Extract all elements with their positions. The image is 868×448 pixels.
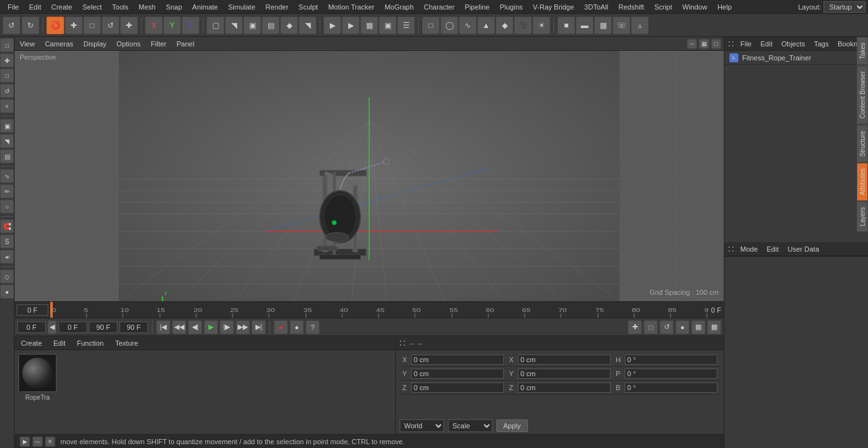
status-icon-monitor[interactable]: ▶ [20, 437, 30, 447]
redo-button[interactable]: ↻ [22, 17, 39, 34]
menu-motion-tracker[interactable]: Motion Tracker [323, 2, 379, 12]
end-frame-input[interactable] [119, 322, 148, 333]
attrs-menu-mode[interactable]: Mode [738, 245, 761, 254]
step-back-button[interactable]: ◀| [188, 320, 202, 334]
scale-tool-button[interactable]: □ [83, 17, 101, 34]
spline-button[interactable]: ∿ [459, 17, 477, 34]
background-button[interactable]: ▩ [594, 17, 612, 34]
lt-snapping[interactable]: S [0, 234, 14, 248]
vp-menu-filter[interactable]: Filter [148, 39, 168, 48]
pos-z-input[interactable] [411, 383, 504, 393]
apply-button[interactable]: Apply [496, 419, 528, 432]
object-item-fitness[interactable]: L Fitness_Rope_Trainer [724, 51, 868, 65]
side-tab-content-browser[interactable]: Content Browser [857, 65, 868, 124]
create-tool-button[interactable]: ✚ [120, 17, 138, 34]
scale-btn-pb[interactable]: □ [644, 320, 658, 334]
menu-tools[interactable]: Tools [107, 2, 133, 12]
move-tool-button[interactable]: ✚ [65, 17, 83, 34]
side-tab-structure[interactable]: Structure [857, 125, 868, 163]
pos-x-input[interactable] [411, 355, 504, 365]
vp-icon-maximize[interactable]: □ [711, 39, 721, 49]
key-button[interactable]: ? [306, 320, 320, 334]
menu-window[interactable]: Window [677, 2, 712, 12]
menu-plugins[interactable]: Plugins [494, 2, 527, 12]
axis-y-button[interactable]: Y [163, 17, 181, 34]
rotate-tool-button[interactable]: ↺ [102, 17, 119, 34]
layout-dropdown[interactable]: Startup [824, 1, 865, 13]
obj-menu-objects[interactable]: Objects [779, 39, 808, 48]
world-dropdown[interactable]: World Object [400, 419, 444, 432]
go-start-button[interactable]: |◀ [156, 320, 170, 334]
vp-icon-layout[interactable]: ▦ [699, 39, 709, 49]
lt-rotate[interactable]: ↺ [0, 84, 14, 98]
lt-brush[interactable]: ○ [0, 200, 14, 214]
move-btn-pb[interactable]: ✚ [628, 320, 642, 334]
lt-create[interactable]: + [0, 99, 14, 113]
obj-menu-tags[interactable]: Tags [811, 39, 831, 48]
obj-menu-file[interactable]: File [738, 39, 754, 48]
menu-3dto-all[interactable]: 3DToAll [579, 2, 613, 12]
vp-menu-panel[interactable]: Panel [174, 39, 197, 48]
render-active-button[interactable]: ▶ [323, 17, 341, 34]
menu-snap[interactable]: Snap [161, 2, 187, 12]
menu-redshift[interactable]: Redshift [613, 2, 649, 12]
attrs-menu-edit[interactable]: Edit [764, 245, 782, 254]
attrs-menu-userdata[interactable]: User Data [785, 245, 822, 254]
record-button[interactable]: ● [274, 320, 288, 334]
frame-step-back-btn[interactable]: ◀ [48, 320, 57, 334]
point-mode-button[interactable]: ▣ [243, 17, 261, 34]
lt-object-mode[interactable]: □ [0, 38, 14, 52]
scale-dropdown[interactable]: Scale Size [448, 419, 492, 432]
size-p-input[interactable] [625, 369, 717, 379]
menu-mograph[interactable]: MoGraph [379, 2, 419, 12]
size-b-input[interactable] [625, 383, 717, 393]
object-mode-button[interactable]: ▢ [207, 17, 224, 34]
axis-z-button[interactable]: Z [182, 17, 200, 34]
select-tool-button[interactable]: ⭕ [46, 17, 64, 34]
render-ir-button[interactable]: ▦ [360, 17, 378, 34]
step-fwd-button[interactable]: |▶ [220, 320, 234, 334]
viewport-area[interactable]: View Cameras Display Options Filter Pane… [15, 37, 724, 301]
record2-button[interactable]: ● [675, 320, 689, 334]
menu-help[interactable]: Help [712, 2, 737, 12]
rot-x-input[interactable] [518, 355, 611, 365]
status-icon-close[interactable]: ✕ [45, 437, 55, 447]
light-button[interactable]: ☀ [532, 17, 550, 34]
menu-sculpt[interactable]: Sculpt [294, 2, 323, 12]
live-select-button[interactable]: ◆ [280, 17, 298, 34]
render-preview-button[interactable]: ▶ [342, 17, 360, 34]
vp-menu-display[interactable]: Display [81, 39, 109, 48]
mat-menu-function[interactable]: Function [74, 339, 106, 348]
poly-mode-button[interactable]: ▤ [262, 17, 280, 34]
lt-pen[interactable]: ✏ [0, 184, 14, 198]
lt-scale[interactable]: □ [0, 69, 14, 83]
axis-x-button[interactable]: X [145, 17, 163, 34]
lt-spline[interactable]: ∿ [0, 169, 14, 183]
lt-point-mode[interactable]: ▣ [0, 119, 14, 133]
scene-button[interactable]: ▵ [631, 17, 649, 34]
timeline-ruler[interactable]: 0 5 10 15 20 25 30 35 [50, 302, 709, 318]
lt-misc2[interactable]: ● [0, 285, 14, 299]
menu-file[interactable]: File [3, 2, 24, 12]
camera-button[interactable]: 🎥 [514, 17, 532, 34]
play-back-button[interactable]: ◀◀ [172, 320, 186, 334]
menu-edit[interactable]: Edit [24, 2, 46, 12]
preview-end-input[interactable] [89, 322, 118, 333]
fullscreen-button[interactable]: ▩ [707, 320, 721, 334]
rot-y-input[interactable] [518, 369, 611, 379]
edge-sel-button[interactable]: ◥ [299, 17, 316, 34]
lt-edge-mode[interactable]: ◥ [0, 134, 14, 148]
render-queue-button[interactable]: ☰ [397, 17, 415, 34]
side-tab-attributes[interactable]: Attributes [857, 163, 868, 201]
status-icon-minimize[interactable]: — [32, 437, 43, 447]
mat-menu-create[interactable]: Create [18, 339, 44, 348]
side-tab-takes[interactable]: Takes [857, 37, 868, 65]
current-frame-input[interactable] [58, 322, 87, 333]
floor-button[interactable]: ▬ [576, 17, 593, 34]
viewport-canvas[interactable]: Perspective [15, 51, 724, 301]
mat-menu-edit[interactable]: Edit [51, 339, 68, 348]
vp-menu-cameras[interactable]: Cameras [43, 39, 76, 48]
cube-button[interactable]: □ [422, 17, 440, 34]
go-end-button[interactable]: ▶| [252, 320, 266, 334]
start-frame-input[interactable] [17, 322, 46, 333]
